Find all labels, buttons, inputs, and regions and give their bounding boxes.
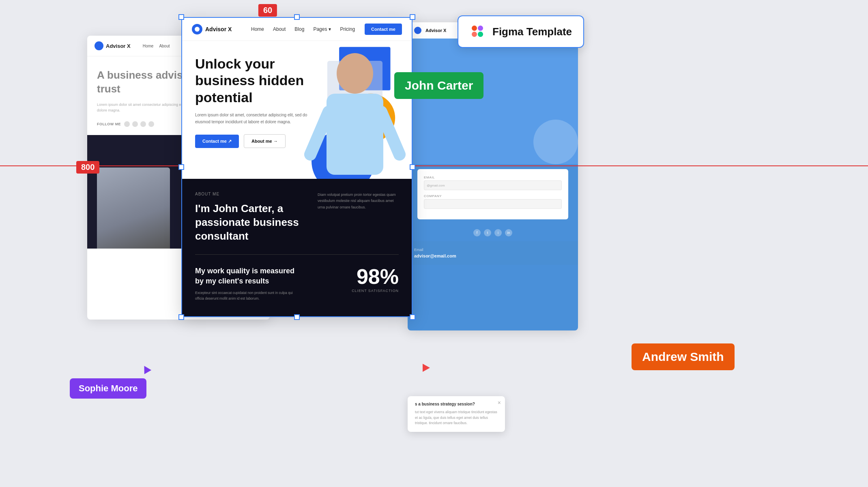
- email-contact-label: Email: [414, 248, 572, 252]
- about-right-text: Diam volutpat pretium proin tortor egest…: [318, 192, 399, 210]
- dark-divider: [195, 254, 399, 255]
- contact-me-button[interactable]: Contact me: [365, 24, 402, 35]
- right-card-bottom: Email advisor@email.com: [408, 241, 578, 265]
- nav-link-pages[interactable]: Pages ▾: [313, 26, 331, 32]
- andrew-smith-name: Andrew Smith: [642, 350, 724, 363]
- hero-buttons: Contact me ↗ About me →: [195, 134, 317, 148]
- guide-horizontal: [0, 165, 868, 166]
- social-icon-t: [132, 121, 138, 127]
- chat-question: s a business strategy session?: [415, 402, 498, 406]
- stat-label: CLIENT SATISFACTION: [352, 289, 399, 293]
- main-navbar: Advisor X Home About Blog Pages ▾ Pricin…: [182, 18, 412, 41]
- hero-text-block: Unlock your business hidden potential Lo…: [195, 56, 317, 148]
- hero-description: Lorem ipsum dolor sit amet, consectetur …: [195, 112, 317, 125]
- john-carter-name: John Carter: [405, 79, 473, 92]
- selection-handle-tr[interactable]: [410, 14, 415, 20]
- chat-text: tut text eget viverra aliquam tristique …: [415, 410, 498, 426]
- svg-rect-12: [478, 32, 483, 37]
- sophie-moore-badge: Sophie Moore: [70, 378, 146, 399]
- right-card-form: EMAIL @gmail.com COMPANY: [417, 169, 568, 219]
- svg-rect-8: [472, 26, 477, 31]
- svg-line-7: [381, 112, 400, 154]
- selection-handle-tm[interactable]: [294, 14, 300, 20]
- about-description: Diam volutpat pretium proin tortor egest…: [318, 192, 399, 210]
- nav-link-pricing[interactable]: Pricing: [340, 26, 355, 32]
- right-background-card: Advisor X Pages Pricing Get started EMAI…: [408, 22, 578, 330]
- main-nav-links: Home About Blog Pages ▾ Pricing: [251, 26, 355, 32]
- guide-v-label: 60: [258, 4, 277, 17]
- about-title: I'm John Carter, a passionate business c…: [195, 202, 301, 243]
- hero-about-button[interactable]: About me →: [244, 134, 286, 148]
- stat-left: My work quality is measured by my client…: [195, 266, 301, 301]
- selection-handle-mr[interactable]: [410, 164, 415, 170]
- left-photo: [97, 167, 170, 249]
- stats-row: My work quality is measured by my client…: [195, 266, 399, 301]
- left-nav-home: Home: [143, 44, 154, 48]
- chat-close-button[interactable]: ×: [498, 399, 501, 406]
- social-icon-li: [148, 121, 154, 127]
- selection-handle-ml[interactable]: [178, 164, 184, 170]
- company-input[interactable]: [424, 199, 562, 209]
- andrew-smith-badge: Andrew Smith: [632, 343, 735, 370]
- hero-title: Unlock your business hidden potential: [195, 56, 317, 106]
- main-logo: Advisor X: [192, 24, 232, 34]
- figma-template-badge: Figma Template: [458, 15, 584, 48]
- email-label: EMAIL: [424, 176, 562, 179]
- nav-link-home[interactable]: Home: [251, 26, 264, 32]
- cursor-red-icon: [423, 364, 430, 372]
- stat-desc: Excepteur sint occaecat cupidatat non pr…: [195, 290, 301, 302]
- email-contact-value: advisor@email.com: [414, 253, 572, 258]
- selection-handle-bm[interactable]: [294, 314, 300, 320]
- dark-section: ABOUT ME I'm John Carter, a passionate b…: [182, 179, 412, 317]
- left-photo-person: [97, 167, 170, 249]
- svg-rect-10: [478, 26, 483, 31]
- guide-h-label: 800: [76, 161, 99, 174]
- social-icon-i: i: [494, 229, 502, 236]
- selection-handle-bl[interactable]: [178, 314, 184, 320]
- chevron-down-icon: ▾: [329, 26, 331, 32]
- svg-rect-5: [327, 94, 383, 175]
- social-icon-li: in: [505, 229, 512, 236]
- hero-contact-button[interactable]: Contact me ↗: [195, 135, 239, 148]
- nav-link-blog[interactable]: Blog: [294, 26, 304, 32]
- main-logo-text: Advisor X: [205, 26, 232, 32]
- john-carter-badge: John Carter: [394, 72, 483, 99]
- right-hero-content: [408, 39, 578, 164]
- right-logo-text: Advisor X: [425, 28, 446, 33]
- email-placeholder: @gmail.com: [427, 184, 445, 187]
- purple-cursor: [142, 365, 150, 374]
- left-card-nav-links: Home About: [143, 44, 170, 48]
- svg-rect-9: [472, 32, 477, 37]
- social-icon-f: [124, 121, 130, 127]
- right-social-row: f t i in: [408, 224, 578, 241]
- follow-label: FOLLOW ME: [97, 122, 121, 126]
- main-center-card[interactable]: Advisor X Home About Blog Pages ▾ Pricin…: [181, 17, 413, 317]
- figma-template-text: Figma Template: [492, 26, 572, 38]
- right-hero-shape: [533, 120, 578, 164]
- company-label: COMPANY: [424, 194, 562, 198]
- big-percent: 98%: [352, 266, 399, 287]
- red-cursor: [423, 364, 430, 373]
- social-icon-i: [140, 121, 146, 127]
- social-icon-t: t: [484, 229, 491, 236]
- form-email-field: EMAIL @gmail.com: [424, 176, 562, 190]
- main-logo-icon: [192, 24, 202, 34]
- nav-link-about[interactable]: About: [273, 26, 286, 32]
- left-logo-icon: [95, 41, 103, 50]
- right-card-form-container: EMAIL @gmail.com COMPANY: [408, 164, 578, 224]
- selection-handle-br[interactable]: [410, 314, 415, 320]
- figma-logo-icon: [470, 24, 486, 40]
- stat-number-block: 98% CLIENT SATISFACTION: [352, 266, 399, 293]
- social-icon-f: f: [473, 229, 481, 236]
- left-logo-text: Advisor X: [106, 43, 131, 49]
- selection-handle-tl[interactable]: [178, 14, 184, 20]
- email-input[interactable]: @gmail.com: [424, 180, 562, 190]
- social-icons: [124, 121, 154, 127]
- sophie-moore-name: Sophie Moore: [79, 383, 138, 393]
- chat-popup: × s a business strategy session? tut tex…: [408, 396, 505, 432]
- right-logo: Advisor X: [414, 27, 446, 34]
- cursor-purple-icon: [141, 364, 151, 374]
- form-company-field: COMPANY: [424, 194, 562, 209]
- left-card-logo: Advisor X: [95, 41, 131, 50]
- stat-title: My work quality is measured by my client…: [195, 266, 301, 286]
